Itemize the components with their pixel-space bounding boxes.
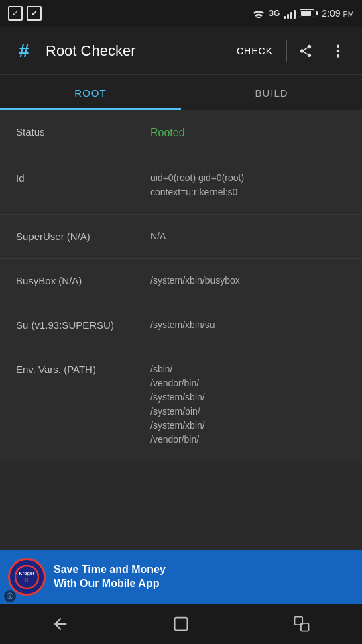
nav-bar	[0, 604, 362, 644]
battery-icon	[300, 9, 318, 17]
row-label-envvars: Env. Vars. (PATH)	[16, 362, 150, 375]
row-value-busybox: /system/xbin/busybox	[150, 274, 346, 288]
row-label-busybox: BusyBox (N/A)	[16, 274, 150, 286]
svg-point-2	[337, 54, 340, 58]
home-icon	[172, 614, 190, 633]
tab-root[interactable]: ROOT	[0, 75, 181, 110]
row-label-superuser: SuperUser (N/A)	[16, 229, 150, 242]
svg-point-1	[337, 49, 340, 52]
ad-info-icon[interactable]: ⓘ	[4, 590, 16, 602]
share-button[interactable]	[292, 38, 319, 64]
table-row: Env. Vars. (PATH) /sbin//vendor/bin//sys…	[0, 347, 362, 462]
row-label-id: Id	[16, 171, 150, 184]
back-icon	[51, 614, 70, 633]
row-value-su: /system/xbin/su	[150, 318, 346, 332]
svg-rect-6	[175, 618, 188, 631]
notification-icon-2: ✔	[27, 6, 42, 21]
ad-logo: Kroger K	[8, 558, 46, 596]
row-value-envvars: /sbin//vendor/bin//system/sbin//system/b…	[150, 362, 346, 447]
back-button[interactable]	[40, 604, 80, 644]
table-row: Id uid=0(root) gid=0(root)context=u:r:ke…	[0, 156, 362, 215]
app-title: Root Checker	[46, 42, 221, 60]
network-type: 3G	[269, 9, 280, 18]
status-bar-right: 3G 2:09 PM	[253, 8, 354, 19]
action-divider	[286, 40, 287, 62]
svg-text:K: K	[25, 577, 29, 584]
tab-build[interactable]: BUILD	[181, 75, 362, 110]
tab-bar: ROOT BUILD	[0, 75, 362, 110]
home-button[interactable]	[161, 604, 201, 644]
check-button[interactable]: CHECK	[229, 40, 281, 62]
overflow-icon	[336, 44, 340, 58]
content-area: Status Rooted Id uid=0(root) gid=0(root)…	[0, 110, 362, 462]
svg-text:Kroger: Kroger	[19, 571, 35, 576]
recent-apps-icon	[292, 614, 311, 633]
status-bar-left: ✓ ✔	[8, 6, 42, 21]
row-value-status: Rooted	[150, 125, 346, 141]
signal-icon	[284, 8, 296, 19]
app-bar-actions: CHECK	[229, 38, 351, 64]
row-value-superuser: N/A	[150, 229, 346, 244]
recent-apps-button[interactable]	[282, 604, 322, 644]
row-label-status: Status	[16, 125, 150, 138]
notification-icon-1: ✓	[8, 6, 23, 21]
overflow-menu-button[interactable]	[324, 38, 351, 64]
table-row: SuperUser (N/A) N/A	[0, 215, 362, 259]
status-bar: ✓ ✔ 3G 2:09 PM	[0, 0, 362, 27]
share-icon	[298, 44, 313, 58]
svg-point-0	[337, 44, 340, 48]
table-row: BusyBox (N/A) /system/xbin/busybox	[0, 259, 362, 303]
ad-text: Save Time and MoneyWith Our Mobile App	[54, 563, 354, 591]
row-label-su: Su (v1.93:SUPERSU)	[16, 318, 150, 331]
row-value-id: uid=0(root) gid=0(root)context=u:r:kerne…	[150, 171, 346, 199]
table-row: Status Rooted	[0, 110, 362, 156]
status-time: 2:09 PM	[322, 8, 354, 19]
ad-banner[interactable]: Kroger K Save Time and MoneyWith Our Mob…	[0, 550, 362, 604]
kroger-logo-icon: Kroger K	[15, 565, 39, 589]
app-bar: # Root Checker CHECK	[0, 27, 362, 75]
wifi-icon	[253, 9, 265, 18]
app-icon: #	[11, 38, 38, 64]
table-row: Su (v1.93:SUPERSU) /system/xbin/su	[0, 303, 362, 347]
